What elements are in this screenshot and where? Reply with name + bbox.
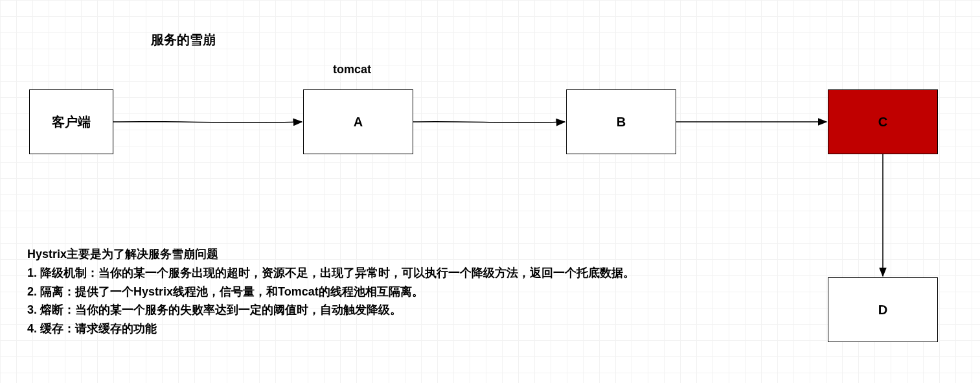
node-a: A [303,89,413,154]
description-block: Hystrix主要是为了解决服务雪崩问题 1. 降级机制：当你的某一个服务出现的… [27,245,635,338]
description-item: 2. 隔离：提供了一个Hystrix线程池，信号量，和Tomcat的线程池相互隔… [27,283,635,301]
description-item: 3. 熔断：当你的某一个服务的失败率达到一定的阈值时，自动触发降级。 [27,301,635,319]
description-item: 1. 降级机制：当你的某一个服务出现的超时，资源不足，出现了异常时，可以执行一个… [27,264,635,283]
node-c: C [828,89,938,154]
tomcat-label: tomcat [333,63,371,76]
node-client: 客户端 [29,89,113,154]
diagram-title: 服务的雪崩 [151,31,216,49]
description-item: 4. 缓存：请求缓存的功能 [27,319,635,338]
node-d: D [828,277,938,342]
node-b: B [566,89,676,154]
description-heading: Hystrix主要是为了解决服务雪崩问题 [27,245,635,264]
